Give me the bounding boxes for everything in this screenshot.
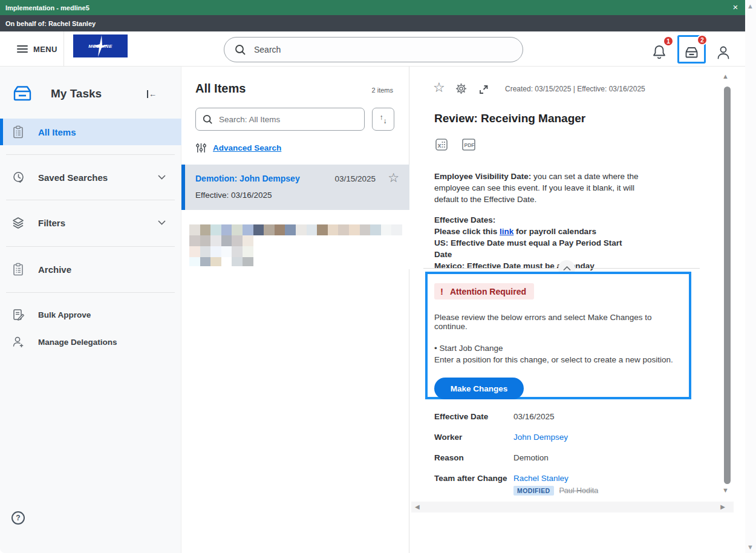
sidebar-item-saved-searches[interactable]: Saved Searches xyxy=(0,162,181,192)
exclamation-icon: ! xyxy=(440,286,443,296)
clipboard-icon xyxy=(11,125,25,139)
sidebar-item-archive[interactable]: Archive xyxy=(0,254,181,284)
window-title: Implementation - medline5 xyxy=(5,4,90,11)
us-effective-line: US: Effective Date must equal a Pay Peri… xyxy=(434,237,640,260)
scroll-right-arrow[interactable]: ▶ xyxy=(720,503,725,510)
horizontal-scrollbar[interactable]: ◀ ▶ xyxy=(411,502,734,512)
collapse-sidebar-button[interactable]: ← xyxy=(147,90,157,99)
favorite-star-icon[interactable]: ☆ xyxy=(433,80,445,96)
attention-bullet-detail: Enter a position for this change, or sel… xyxy=(434,354,679,365)
sidebar-divider xyxy=(6,246,175,247)
sidebar-item-filters[interactable]: Filters xyxy=(0,208,181,238)
scroll-up-arrow[interactable]: ▲ xyxy=(722,73,729,80)
sidebar-item-label: Archive xyxy=(38,264,71,275)
sidebar-item-label: Filters xyxy=(38,218,65,228)
payroll-line: Please click this link for payroll calen… xyxy=(434,226,640,237)
task-list-item-redacted[interactable] xyxy=(181,210,409,269)
make-changes-button[interactable]: Make Changes xyxy=(434,378,524,399)
mexico-effective-line: Mexico: Effective Date must be a Monday xyxy=(434,260,640,272)
inbox-tray-icon xyxy=(683,44,700,60)
person-icon xyxy=(715,44,731,61)
app-header: MENU MEDLINE Search 1 xyxy=(0,31,756,67)
sidebar-item-manage-delegations[interactable]: Manage Delegations xyxy=(0,331,181,353)
previous-value: Paul Hodita xyxy=(559,486,599,495)
my-tasks-header-highlight[interactable]: 2 xyxy=(677,35,706,64)
svg-text:PDF: PDF xyxy=(464,142,475,148)
notifications-button[interactable]: 1 xyxy=(648,38,670,61)
medline-logo[interactable]: MEDLINE xyxy=(73,34,128,57)
field-row-effective-date: Effective Date 03/16/2025 xyxy=(434,412,719,421)
on-behalf-bar: On behalf of: Rachel Stanley xyxy=(0,15,756,31)
export-excel-icon[interactable]: x xyxy=(434,137,449,152)
profile-button[interactable] xyxy=(712,38,734,61)
field-row-worker: Worker John Dempsey xyxy=(434,433,719,442)
worker-link[interactable]: John Dempsey xyxy=(513,433,568,442)
person-plus-icon xyxy=(11,335,25,348)
attention-title: Attention Required xyxy=(450,287,526,296)
menu-label: MENU xyxy=(33,45,57,54)
list-search-input[interactable]: Search: All Items xyxy=(195,108,365,131)
field-value: 03/16/2025 xyxy=(513,412,555,421)
chevron-up-icon xyxy=(563,266,571,271)
task-item-title[interactable]: Demotion: John Dempsey xyxy=(195,174,300,183)
created-effective-line: Created: 03/15/2025 | Effective: 03/16/2… xyxy=(505,85,645,93)
field-label: Worker xyxy=(434,433,513,442)
my-tasks-badge: 2 xyxy=(697,34,708,45)
sort-down-icon: ↓ xyxy=(383,117,387,125)
global-search-input[interactable]: Search xyxy=(224,37,523,62)
page-scrollbar[interactable]: ▲ ▼ xyxy=(745,0,756,553)
page-scroll-up-arrow[interactable]: ▲ xyxy=(747,2,754,10)
export-pdf-icon[interactable]: PDF xyxy=(461,137,477,152)
my-tasks-icon xyxy=(11,82,34,105)
sidebar-item-all-items[interactable]: All Items xyxy=(0,119,181,145)
my-tasks-header-button[interactable]: 2 xyxy=(680,37,702,60)
notifications-badge: 1 xyxy=(663,36,674,47)
help-button[interactable]: ? xyxy=(11,511,25,525)
document-pencil-icon xyxy=(11,308,25,321)
collapse-arrow-icon: ← xyxy=(149,90,157,99)
expand-icon[interactable] xyxy=(477,83,488,94)
sliders-icon xyxy=(195,142,207,154)
scroll-down-arrow[interactable]: ▼ xyxy=(722,486,729,494)
team-after-change-link[interactable]: Rachel Stanley xyxy=(513,474,598,483)
window-titlebar: Implementation - medline5 × xyxy=(0,0,756,15)
sidebar-item-bulk-approve[interactable]: Bulk Approve xyxy=(0,304,181,326)
task-item-effective: Effective: 03/16/2025 xyxy=(195,191,272,200)
advanced-search-link[interactable]: Advanced Search xyxy=(195,142,281,154)
clipboard-icon xyxy=(11,262,25,276)
attention-body: Please review the below errors and selec… xyxy=(434,313,679,331)
layers-icon xyxy=(11,216,25,230)
task-detail-panel: ☆ Created: 03/15/2025 | Effective: 03/16… xyxy=(409,67,745,553)
menu-button[interactable]: MENU xyxy=(17,31,57,67)
attention-chip: ! Attention Required xyxy=(434,283,534,299)
gear-icon[interactable] xyxy=(455,83,467,94)
sidebar-item-label: Manage Delegations xyxy=(38,338,117,347)
search-icon xyxy=(235,44,246,56)
hamburger-icon xyxy=(17,45,28,53)
task-list-item-selected[interactable]: Demotion: John Dempsey 03/15/2025 ☆ Effe… xyxy=(181,165,409,210)
attention-bullet: • Start Job Change xyxy=(434,342,679,354)
modified-row: MODIFIED Paul Hodita xyxy=(513,486,598,496)
sidebar-item-label: Bulk Approve xyxy=(38,310,91,319)
task-list-panel: All Items 2 items Search: All Items ↑ ↓ … xyxy=(181,67,409,553)
scroll-left-arrow[interactable]: ◀ xyxy=(415,503,420,510)
on-behalf-text: On behalf of: Rachel Stanley xyxy=(5,20,96,27)
help-icon: ? xyxy=(16,514,20,522)
payroll-calendars-link[interactable]: link xyxy=(500,227,513,236)
chevron-down-icon xyxy=(158,220,166,225)
effective-dates-label: Effective Dates: xyxy=(434,214,640,226)
close-icon[interactable]: × xyxy=(729,1,741,14)
list-item-count: 2 items xyxy=(372,87,393,94)
collapse-bar-icon xyxy=(147,90,148,98)
page-scroll-down-arrow[interactable]: ▼ xyxy=(747,543,754,551)
sort-button[interactable]: ↑ ↓ xyxy=(372,108,394,131)
favorite-star-icon[interactable]: ☆ xyxy=(388,171,399,185)
list-title: All Items xyxy=(195,82,246,96)
vertical-scrollbar-thumb[interactable] xyxy=(724,87,731,484)
search-icon xyxy=(203,114,213,125)
advanced-search-label: Advanced Search xyxy=(213,143,281,152)
sidebar-divider xyxy=(6,292,175,293)
field-label: Reason xyxy=(434,453,513,462)
sidebar-divider xyxy=(6,154,175,155)
detail-description: Employee Visibility Date: you can set a … xyxy=(434,171,640,272)
